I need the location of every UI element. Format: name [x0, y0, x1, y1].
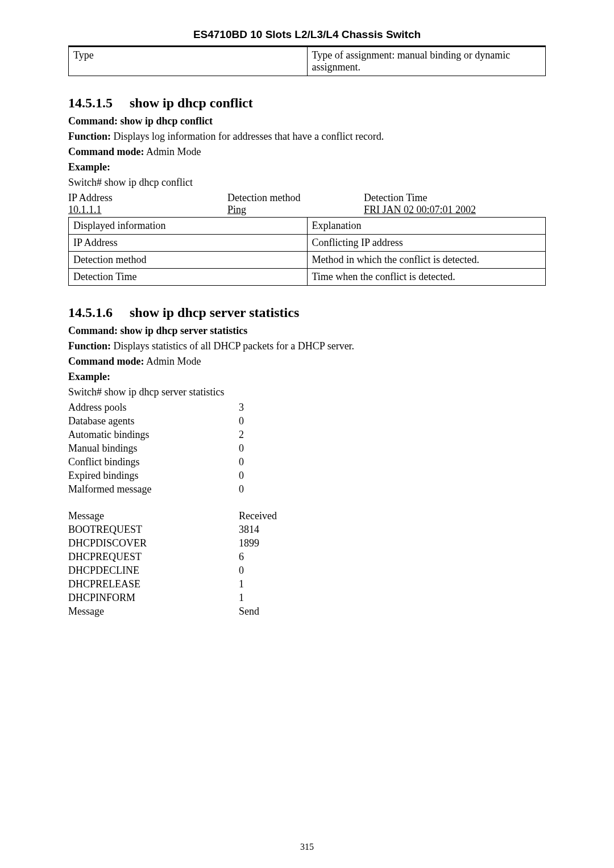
stat-label: BOOTREQUEST: [68, 524, 239, 536]
stat-value: Send: [239, 606, 259, 617]
stats-block-1: Address pools3 Database agents0 Automati…: [68, 402, 546, 495]
stat-row: BOOTREQUEST3814: [68, 524, 546, 536]
stat-label: Conflict bindings: [68, 456, 239, 468]
function-label: Function:: [68, 340, 111, 352]
stat-row: MessageSend: [68, 606, 546, 617]
stat-value: Received: [239, 510, 277, 522]
mode-label: Command mode:: [68, 146, 144, 157]
section-title: show ip dhcp conflict: [130, 95, 253, 110]
table-row: Displayed information Explanation: [69, 218, 546, 235]
table-row: IP Address Conflicting IP address: [69, 235, 546, 252]
col-time-value: FRI JAN 02 00:07:01 2002: [364, 204, 546, 216]
cell: Conflicting IP address: [307, 235, 546, 252]
function-text: Displays statistics of all DHCP packets …: [111, 340, 354, 352]
function-line: Function: Displays log information for a…: [68, 131, 546, 143]
stat-value: 0: [239, 456, 244, 468]
stat-value: 1: [239, 592, 244, 604]
col-method-value: Ping: [227, 204, 364, 216]
mode-text: Admin Mode: [144, 356, 201, 367]
stat-label: DHCPINFORM: [68, 592, 239, 604]
stat-label: Message: [68, 510, 239, 522]
cell: Method in which the conflict is detected…: [307, 252, 546, 269]
stat-row: Database agents0: [68, 415, 546, 427]
page-number: 315: [0, 842, 614, 852]
page: ES4710BD 10 Slots L2/L3/L4 Chassis Switc…: [0, 0, 614, 868]
stat-row: DHCPDECLINE0: [68, 565, 546, 577]
cell: Detection method: [69, 252, 308, 269]
table-row: Detection Time Time when the conflict is…: [69, 269, 546, 286]
top-table-right: Type of assignment: manual binding or dy…: [307, 47, 546, 76]
function-text: Displays log information for addresses t…: [111, 131, 384, 142]
cell: Time when the conflict is detected.: [307, 269, 546, 286]
example-command: Switch# show ip dhcp conflict: [68, 177, 546, 189]
stat-row: DHCPDISCOVER1899: [68, 537, 546, 549]
stat-label: Database agents: [68, 415, 239, 427]
table-row: Type Type of assignment: manual binding …: [69, 47, 546, 76]
table-row: Detection method Method in which the con…: [69, 252, 546, 269]
stat-value: 2: [239, 429, 244, 441]
example-data-row: 10.1.1.1 Ping FRI JAN 02 00:07:01 2002: [68, 204, 546, 216]
stat-value: 0: [239, 443, 244, 454]
stat-row: Manual bindings0: [68, 443, 546, 454]
section-heading-2: 14.5.1.6 show ip dhcp server statistics: [68, 305, 546, 320]
stat-row: DHCPRELEASE1: [68, 578, 546, 590]
stat-value: 3814: [239, 524, 259, 536]
cell: Explanation: [307, 218, 546, 235]
function-line: Function: Displays statistics of all DHC…: [68, 340, 546, 352]
example-header-row: IP Address Detection method Detection Ti…: [68, 192, 546, 204]
stat-value: 0: [239, 565, 244, 577]
example-command: Switch# show ip dhcp server statistics: [68, 386, 546, 398]
section-heading-1: 14.5.1.5 show ip dhcp conflict: [68, 95, 546, 111]
top-table-left: Type: [69, 47, 308, 76]
stat-label: Malformed message: [68, 483, 239, 495]
command-label: Command: show ip dhcp server statistics: [68, 325, 546, 337]
stat-label: Expired bindings: [68, 470, 239, 482]
function-label: Function:: [68, 131, 111, 142]
stat-label: Address pools: [68, 402, 239, 414]
command-label: Command: show ip dhcp conflict: [68, 115, 546, 127]
section-number: 14.5.1.5: [68, 95, 113, 110]
stat-label: DHCPREQUEST: [68, 551, 239, 563]
stat-label: DHCPDECLINE: [68, 565, 239, 577]
stat-row: Automatic bindings2: [68, 429, 546, 441]
col-ip-value: 10.1.1.1: [68, 204, 227, 216]
stat-label: Automatic bindings: [68, 429, 239, 441]
example-label: Example:: [68, 161, 546, 173]
section-title: show ip dhcp server statistics: [130, 305, 299, 320]
mode-line: Command mode: Admin Mode: [68, 146, 546, 158]
stat-row: Malformed message0: [68, 483, 546, 495]
cell: Displayed information: [69, 218, 308, 235]
stat-value: 1: [239, 578, 244, 590]
section-number: 14.5.1.6: [68, 305, 113, 320]
cell: Detection Time: [69, 269, 308, 286]
cell: IP Address: [69, 235, 308, 252]
col-ip: IP Address: [68, 192, 227, 204]
mode-label: Command mode:: [68, 356, 144, 367]
stat-value: 0: [239, 470, 244, 482]
stat-row: Conflict bindings0: [68, 456, 546, 468]
col-method: Detection method: [227, 192, 364, 204]
stats-block-2: MessageReceived BOOTREQUEST3814 DHCPDISC…: [68, 510, 546, 617]
stat-row: Expired bindings0: [68, 470, 546, 482]
stat-row: Address pools3: [68, 402, 546, 414]
stat-label: Message: [68, 606, 239, 617]
stat-label: DHCPRELEASE: [68, 578, 239, 590]
stat-value: 1899: [239, 537, 259, 549]
col-time: Detection Time: [364, 192, 546, 204]
stat-value: 6: [239, 551, 244, 563]
stat-label: Manual bindings: [68, 443, 239, 454]
spacer: [68, 497, 546, 508]
mode-text: Admin Mode: [144, 146, 201, 157]
stat-value: 0: [239, 483, 244, 495]
stat-row: DHCPINFORM1: [68, 592, 546, 604]
stat-row: MessageReceived: [68, 510, 546, 522]
info-table: Displayed information Explanation IP Add…: [68, 217, 546, 286]
stat-value: 0: [239, 415, 244, 427]
stat-value: 3: [239, 402, 244, 414]
example-label: Example:: [68, 371, 546, 383]
mode-line: Command mode: Admin Mode: [68, 356, 546, 368]
stat-row: DHCPREQUEST6: [68, 551, 546, 563]
top-table: Type Type of assignment: manual binding …: [68, 47, 546, 76]
stat-label: DHCPDISCOVER: [68, 537, 239, 549]
header-title: ES4710BD 10 Slots L2/L3/L4 Chassis Switc…: [68, 28, 546, 41]
